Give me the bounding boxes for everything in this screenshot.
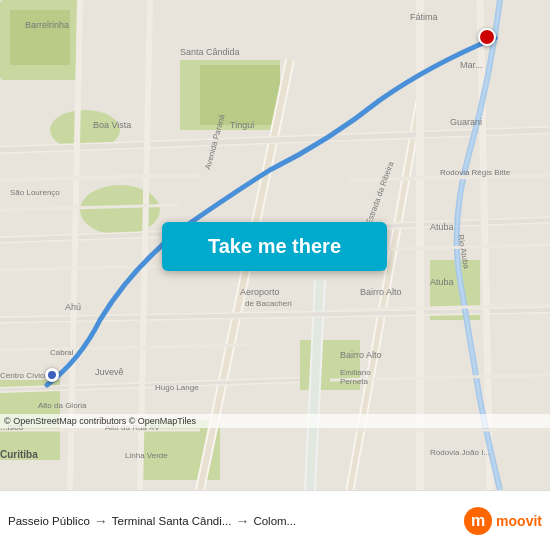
svg-text:Hugo Lange: Hugo Lange [155,383,199,392]
svg-text:Rodovia Régis Bitte: Rodovia Régis Bitte [440,168,511,177]
svg-text:Mar...: Mar... [460,60,483,70]
route-arrow: → [90,513,112,529]
take-me-there-button[interactable]: Take me there [162,222,387,271]
svg-text:Perneta: Perneta [340,377,369,386]
svg-rect-2 [10,10,70,65]
moovit-icon: m [464,507,492,535]
svg-text:Linha Verde: Linha Verde [125,451,168,460]
svg-text:Boa Vista: Boa Vista [93,120,131,130]
svg-text:Santa Cândida: Santa Cândida [180,47,240,57]
map-attribution: © OpenStreetMap contributors © OpenMapTi… [0,414,550,428]
bottom-bar: Passeio Público → Terminal Santa Cândi..… [0,490,550,550]
svg-text:Rodovia João I...: Rodovia João I... [430,448,490,457]
route-info: Passeio Público → Terminal Santa Cândi..… [8,513,456,529]
origin-marker [45,368,59,382]
route-from: Passeio Público [8,515,90,527]
svg-text:Barrelrinha: Barrelrinha [25,20,69,30]
route-to: Terminal Santa Cândi... [112,515,232,527]
svg-text:Alto da Gloria: Alto da Gloria [38,401,87,410]
moovit-label: moovit [496,513,542,529]
svg-text:Atuba: Atuba [430,222,454,232]
svg-text:Ahú: Ahú [65,302,81,312]
svg-text:Fátima: Fátima [410,12,438,22]
destination-marker [478,28,496,52]
moovit-logo: m moovit [464,507,542,535]
svg-text:Atuba: Atuba [430,277,454,287]
svg-text:Cabral: Cabral [50,348,74,357]
svg-text:Bairro Alto: Bairro Alto [360,287,402,297]
svg-text:Curitiba: Curitiba [0,449,38,460]
map-container: Barrelrinha Santa Cândida Fátima Mar... … [0,0,550,490]
svg-text:Centro Cívico: Centro Cívico [0,371,49,380]
svg-text:de Bacacheri: de Bacacheri [245,299,292,308]
svg-rect-4 [200,65,280,125]
svg-text:Tingui: Tingui [230,120,254,130]
svg-text:Guarani: Guarani [450,117,482,127]
svg-text:Bairro Alto: Bairro Alto [340,350,382,360]
route-arrow-2: → [231,513,253,529]
route-third-dest: Colom... [253,515,296,527]
svg-text:São Lourenço: São Lourenço [10,188,60,197]
svg-text:Juvevê: Juvevê [95,367,124,377]
svg-text:Emiliano: Emiliano [340,368,371,377]
svg-text:Aeroporto: Aeroporto [240,287,280,297]
